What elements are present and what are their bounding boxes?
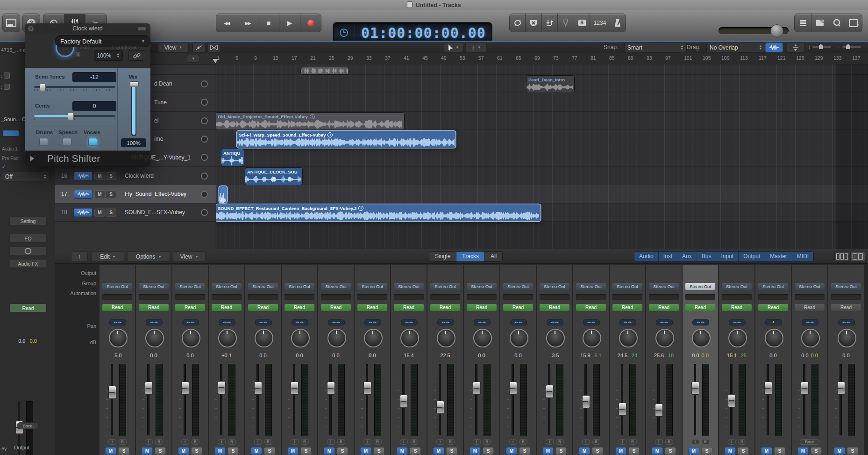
volume-fader[interactable] [220,364,222,435]
pan-knob[interactable] [838,329,856,347]
scope-single[interactable]: Single [429,252,456,261]
solo-button[interactable]: S [410,447,421,455]
vertical-zoom-slider[interactable]: ↕ [808,44,831,50]
automation-mode-button[interactable]: Read [467,304,497,311]
mute-button[interactable]: M [579,447,590,455]
volume-fader[interactable] [657,364,660,435]
track-mute-button[interactable]: M [94,209,105,217]
mute-button[interactable]: M [433,447,444,455]
minimize-pill-icon[interactable] [138,27,146,30]
volume-fader[interactable] [402,364,405,435]
solo-button[interactable]: S [628,447,640,455]
group-slot[interactable] [430,294,460,300]
fader-cap[interactable] [108,386,116,399]
output-select[interactable]: Stereo Out [795,283,825,290]
link-button[interactable] [128,50,145,61]
mute-button[interactable]: M [688,447,699,455]
pan-knob[interactable] [473,329,492,347]
track-mute-button[interactable]: M [94,172,105,180]
cents-slider[interactable] [34,115,115,117]
solo-button[interactable]: S [155,447,166,455]
pan-knob[interactable] [291,329,310,347]
volume-fader[interactable] [147,364,149,435]
bounce-button[interactable]: Bnce [17,422,38,429]
group-slot[interactable] [685,294,715,300]
pan-knob[interactable] [400,329,419,347]
filter-inst[interactable]: Inst [659,252,677,261]
cents-value[interactable]: 0 [72,101,116,111]
bounce-button[interactable]: Bnce [800,439,819,445]
mute-button[interactable]: M [251,447,262,455]
edit-menu-ghost[interactable]: Edit [79,44,89,51]
fader-cap[interactable] [291,382,299,395]
group-slot[interactable] [576,294,606,300]
record-enable-button[interactable]: R [738,439,746,445]
format-stereo-icon[interactable]: ◂▸◂▸ [656,319,673,325]
output-select[interactable]: Stereo Out [248,283,278,290]
group-slot[interactable] [394,294,424,300]
cycle-button[interactable] [510,14,526,32]
output-select[interactable]: Stereo Out [285,283,314,290]
fader-cap[interactable] [400,395,408,408]
channel-strip-3[interactable]: Stereo OutRead◂▸◂▸0.0IRMSCatrin_Finch [172,265,208,455]
input-monitor-button[interactable]: I [582,439,590,445]
input-monitor-button[interactable]: I [436,439,444,445]
drag-select[interactable]: No Overlap [706,43,765,52]
audio-region[interactable]: Old_Movie_Projector_Sound_Effect-Vubeyi [216,113,404,130]
pan-knob[interactable] [109,329,128,347]
automation-mode-button[interactable]: Read [248,304,278,311]
mute-button[interactable]: M [797,447,809,455]
output-select[interactable]: Stereo Out [758,283,788,290]
volume-fader[interactable] [584,364,587,435]
master-volume-knob[interactable] [770,24,783,37]
input-monitor-button[interactable]: I [619,439,626,445]
mute-button[interactable]: M [615,447,626,455]
fader-cap[interactable] [254,382,262,395]
functions-menu-ghost[interactable]: Functions [112,44,136,51]
flex-button[interactable] [207,43,221,52]
solo-button[interactable]: S [300,447,312,455]
solo-button[interactable]: S [847,447,858,455]
format-stereo-icon[interactable]: ◂▸◂▸ [292,319,308,325]
slider-track[interactable] [842,46,861,48]
automation-mode-button[interactable]: Read [102,304,132,311]
channel-strip-19[interactable]: Stereo OutRead●0.0MSAux 1 [755,265,791,455]
fader-cap[interactable] [363,382,371,395]
mute-button[interactable]: M [178,447,189,455]
scope-all[interactable]: All [485,252,502,261]
mute-button[interactable]: M [725,447,736,455]
volume-fader[interactable] [548,364,550,435]
automation-mode-button[interactable]: Read [795,304,825,311]
track-header-row[interactable]: 18MSSOUND_E...SFX-Vubey [55,203,216,222]
inspector-automation-read[interactable]: Read [9,303,47,312]
record-enable-button[interactable]: R [410,439,418,445]
group-slot[interactable] [102,294,132,300]
automation-mode-button[interactable]: Read [576,304,606,311]
automation-mode-button[interactable]: Read [685,304,715,311]
solo-button[interactable]: S [774,447,785,455]
channel-strip-1[interactable]: Stereo OutRead◂▸◂▸-5.0IRMSTicking Clock. [100,265,135,455]
fader-cap[interactable] [218,381,226,394]
record-enable-icon[interactable] [201,136,208,143]
audio-region[interactable]: Sci-Fi_Warp_Speed_Sound_Effect-Vubeyi [237,131,455,148]
output-select[interactable]: Stereo Out [175,283,205,290]
audio-fx-button[interactable]: Audio FX [9,259,47,268]
group-slot[interactable] [175,294,205,300]
pan-knob[interactable] [182,329,200,347]
vocals-checkbox[interactable] [88,138,97,146]
audio-region[interactable]: Pearl_Dean_Intro [526,76,574,93]
automation-curve-button[interactable] [192,43,206,52]
track-header-row[interactable]: 17MSFly_Sound_Effect-Vubey [55,185,216,203]
pan-knob[interactable] [255,329,273,347]
format-stereo-icon[interactable]: ◂▸◂▸ [583,319,600,325]
fader-cap[interactable] [691,382,699,395]
output-select[interactable]: Stereo Out [357,283,387,290]
mute-button[interactable]: M [506,447,517,455]
fader-cap[interactable] [837,382,845,395]
channel-strip-6[interactable]: Stereo OutRead◂▸◂▸0.0IRMSDoors Open [282,265,317,455]
snap-select[interactable]: Smart [624,43,687,52]
input-monitor-button[interactable]: I [218,439,226,445]
solo-button[interactable]: S [191,447,202,455]
channel-strip-20[interactable]: Stereo OutRead◂▸◂▸0.00.0BnceMSOutput [792,265,827,455]
play-button[interactable]: ▶ [279,14,300,32]
